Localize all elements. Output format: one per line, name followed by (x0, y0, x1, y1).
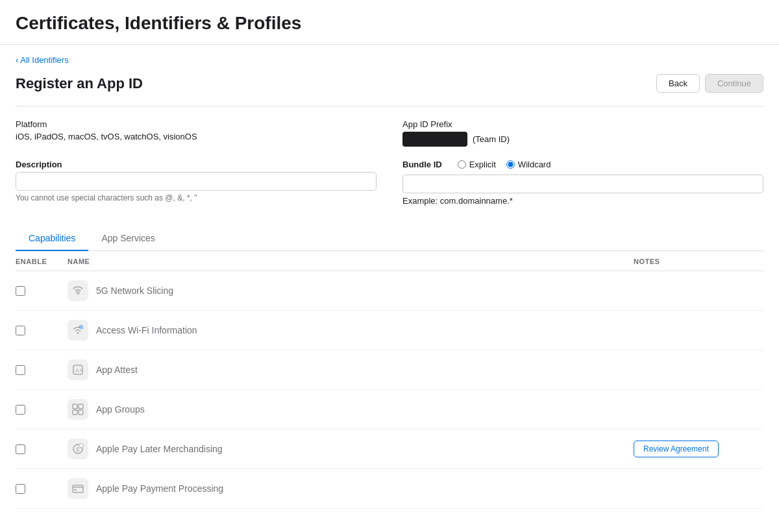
icon-groups (68, 399, 88, 420)
checkbox-5g[interactable] (16, 286, 25, 296)
svg-rect-7 (79, 404, 83, 409)
description-input[interactable] (16, 172, 377, 191)
wildcard-label: Wildcard (518, 160, 551, 169)
continue-button[interactable]: Continue (705, 74, 763, 93)
svg-rect-14 (73, 485, 83, 492)
tabs: Capabilities App Services (16, 226, 763, 251)
checkbox-groups[interactable] (16, 405, 25, 415)
back-link[interactable]: All Identifiers (16, 55, 69, 65)
svg-text:$: $ (76, 446, 79, 453)
svg-rect-9 (79, 410, 83, 415)
svg-point-0 (77, 291, 79, 294)
page-title: Certificates, Identifiers & Profiles (16, 13, 763, 34)
bundle-id-example: Example: com.domainname.* (402, 196, 763, 206)
platform-field: Platform iOS, iPadOS, macOS, tvOS, watch… (16, 119, 377, 147)
svg-point-1 (77, 332, 79, 334)
svg-rect-8 (73, 410, 77, 415)
platform-label: Platform (16, 119, 47, 129)
description-hint: You cannot use special characters such a… (16, 193, 377, 202)
tab-app-services[interactable]: App Services (88, 226, 167, 251)
team-id-label: (Team ID) (473, 134, 510, 144)
cap-row-pay-processing: Apple Pay Payment Processing (16, 469, 763, 509)
description-field: Description You cannot use special chara… (16, 160, 377, 211)
notes-pay-later: Review Agreement (634, 441, 763, 457)
name-pay-processing: Apple Pay Payment Processing (96, 483, 223, 494)
icon-wifi: Q (68, 320, 88, 341)
name-5g: 5G Network Slicing (96, 285, 173, 296)
cap-row-wifi: Q Access Wi-Fi Information (16, 311, 763, 350)
header-notes: NOTES (634, 258, 763, 265)
checkbox-attest[interactable] (16, 365, 25, 375)
explicit-radio[interactable] (458, 160, 466, 169)
wildcard-radio[interactable] (506, 160, 515, 169)
name-wifi: Access Wi-Fi Information (96, 325, 197, 335)
bundle-id-input[interactable] (402, 175, 763, 193)
platform-value: iOS, iPadOS, macOS, tvOS, watchOS, visio… (16, 132, 377, 141)
icon-attest: A+ (68, 359, 88, 380)
icon-pay-processing (68, 478, 88, 499)
section-title: Register an App ID (16, 75, 143, 92)
team-id-value (402, 132, 467, 147)
icon-pay-later: $ + (68, 439, 88, 459)
bundle-id-radio-group: Explicit Wildcard (458, 160, 551, 169)
explicit-label: Explicit (469, 160, 496, 169)
name-pay-later: Apple Pay Later Merchandising (96, 444, 223, 454)
svg-text:A+: A+ (75, 367, 82, 374)
header-enable: ENABLE (16, 258, 68, 265)
cap-row-5g: 5G Network Slicing (16, 271, 763, 311)
back-button[interactable]: Back (656, 74, 700, 93)
form-divider (16, 106, 763, 106)
form-grid: Platform iOS, iPadOS, macOS, tvOS, watch… (16, 119, 763, 211)
svg-text:+: + (80, 444, 82, 448)
checkbox-pay-processing[interactable] (16, 484, 25, 494)
svg-rect-15 (74, 489, 77, 490)
svg-rect-6 (73, 404, 77, 409)
capabilities-table-header: ENABLE NAME NOTES (16, 251, 763, 271)
review-agreement-button[interactable]: Review Agreement (634, 441, 719, 457)
icon-5g (68, 280, 88, 301)
description-label: Description (16, 160, 377, 169)
svg-text:Q: Q (80, 325, 82, 329)
app-id-prefix-field: App ID Prefix (Team ID) (402, 119, 763, 147)
name-attest: App Attest (96, 365, 138, 375)
cap-row-pay-later: $ + Apple Pay Later Merchandising Review… (16, 429, 763, 469)
app-id-prefix-label: App ID Prefix (402, 119, 452, 129)
header-name: NAME (68, 258, 634, 265)
name-groups: App Groups (96, 404, 145, 415)
checkbox-pay-later[interactable] (16, 444, 25, 454)
bundle-id-label: Bundle ID (402, 160, 442, 169)
cap-row-groups: App Groups (16, 390, 763, 429)
bundle-id-section: Bundle ID Explicit Wildcard Example: com… (402, 160, 763, 206)
explicit-option[interactable]: Explicit (458, 160, 496, 169)
action-buttons: Back Continue (656, 74, 763, 93)
checkbox-wifi[interactable] (16, 326, 25, 335)
tab-capabilities[interactable]: Capabilities (16, 226, 88, 251)
wildcard-option[interactable]: Wildcard (506, 160, 551, 169)
cap-row-attest: A+ App Attest (16, 350, 763, 390)
